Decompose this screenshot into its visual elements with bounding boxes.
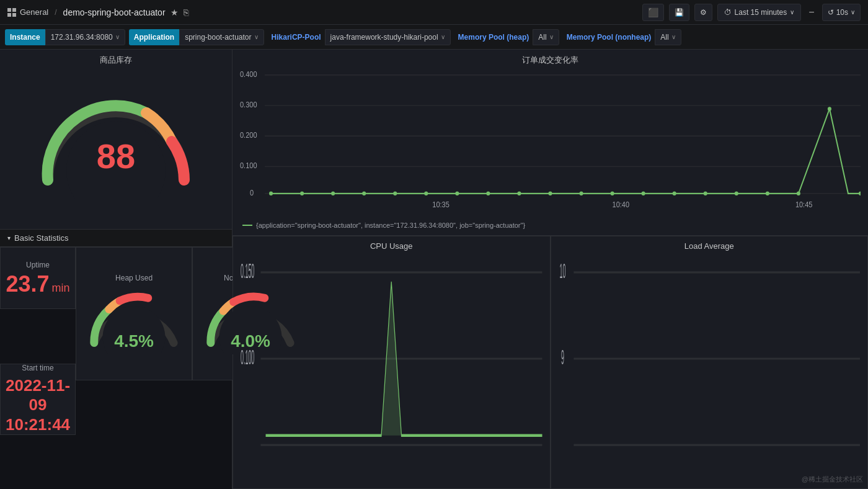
topbar: General / demo-spring-boot-actuator ★ ⎘ … <box>0 0 868 25</box>
cpu-chart-area: 0.150 0.100 <box>241 253 542 483</box>
instance-filter: Instance 172.31.96.34:8080 ∨ <box>5 29 125 45</box>
svg-point-19 <box>362 192 366 196</box>
refresh-icon: ↺ <box>828 8 834 17</box>
heap-gauge: 4.5% <box>81 286 187 354</box>
cpu-chart-svg: 0.150 0.100 <box>241 253 542 483</box>
refresh-button[interactable]: ↺ 10s ∨ <box>822 4 861 21</box>
svg-point-29 <box>673 192 676 196</box>
time-range-button[interactable]: ⏱ Last 15 minutes ∨ <box>717 4 802 21</box>
order-chart-svg: 0.400 0.300 0.200 0.100 0 10:35 10:40 10… <box>240 68 861 217</box>
add-panel-icon: ⬛ <box>648 7 658 17</box>
inventory-gauge: 88 <box>29 74 203 186</box>
chevron-down-icon: ∨ <box>254 34 259 40</box>
load-chart-title: Load Average <box>559 241 861 251</box>
start-time-block: Start time 2022-11-09 10:21:44 <box>0 364 76 435</box>
add-panel-button[interactable]: ⬛ <box>642 4 664 21</box>
svg-point-21 <box>424 192 428 196</box>
svg-point-35 <box>859 192 861 196</box>
chevron-down-icon: ∨ <box>790 9 794 16</box>
start-time-title: Start time <box>22 364 53 372</box>
instance-value-dropdown[interactable]: 172.31.96.34:8080 ∨ <box>45 29 125 45</box>
app-logo: General <box>7 7 48 17</box>
application-filter: Application spring-boot-actuator ∨ <box>129 29 264 45</box>
memory-heap-label: Memory Pool (heap) <box>454 29 533 45</box>
chevron-down-icon: ∨ <box>441 34 445 40</box>
svg-point-24 <box>517 192 521 196</box>
refresh-arrow-icon: ∨ <box>851 9 855 16</box>
left-column: 商品库存 88 ▾ Basic Statis <box>0 50 232 489</box>
uptime-value: 23.7 <box>6 273 49 295</box>
svg-text:10:35: 10:35 <box>432 200 450 209</box>
svg-point-25 <box>548 192 552 196</box>
svg-point-30 <box>704 192 707 196</box>
load-chart-area: 10 9 <box>559 253 861 483</box>
svg-point-22 <box>455 192 459 196</box>
grid-icon <box>7 8 16 17</box>
start-date: 2022-11-09 <box>6 376 70 415</box>
svg-point-20 <box>393 192 397 196</box>
memory-nonheap-filter: Memory Pool (nonheap) All ∨ <box>563 29 681 45</box>
main-content: 商品库存 88 ▾ Basic Statis <box>0 50 868 489</box>
share-icon[interactable]: ⎘ <box>184 7 188 17</box>
collapse-arrow-icon: ▾ <box>7 235 11 241</box>
general-label: General <box>20 7 48 17</box>
time-range-label: Last 15 minutes <box>735 8 787 17</box>
svg-point-28 <box>642 192 645 196</box>
svg-text:10: 10 <box>559 259 565 282</box>
memory-nonheap-label: Memory Pool (nonheap) <box>563 29 655 45</box>
start-time-value: 10:21:44 <box>6 415 70 434</box>
svg-point-26 <box>580 192 583 196</box>
legend-text: {application="spring-boot-actuator", ins… <box>256 222 525 229</box>
hikari-label: HikariCP-Pool <box>268 29 325 45</box>
watermark: @稀土掘金技术社区 <box>802 475 863 484</box>
settings-button[interactable]: ⚙ <box>694 4 712 21</box>
cpu-chart-panel: CPU Usage 0.150 0.100 <box>232 236 551 489</box>
order-chart-panel: 订单成交变化率 0.400 0.300 0.200 0.100 0 10 <box>232 50 868 236</box>
svg-point-18 <box>331 192 335 196</box>
gauge-panel-title: 商品库存 <box>100 55 132 66</box>
svg-point-27 <box>611 192 614 196</box>
memory-nonheap-dropdown[interactable]: All ∨ <box>655 29 681 45</box>
star-icon[interactable]: ★ <box>170 7 179 17</box>
uptime-block: Uptime 23.7 min <box>0 247 76 309</box>
zoom-out-button[interactable]: − <box>806 6 817 19</box>
svg-text:10:45: 10:45 <box>795 200 813 209</box>
application-label: Application <box>129 29 179 45</box>
svg-point-16 <box>269 192 273 196</box>
heap-title: Heap Used <box>115 274 153 282</box>
gauge-numeric-value: 88 <box>97 139 135 174</box>
cpu-chart-title: CPU Usage <box>241 241 542 251</box>
legend-line-icon <box>242 225 252 226</box>
svg-point-34 <box>828 107 831 111</box>
hikari-value-dropdown[interactable]: java-framework-study-hikari-pool ∨ <box>325 29 451 45</box>
chevron-down-icon: ∨ <box>549 34 554 40</box>
save-button[interactable]: 💾 <box>669 4 689 21</box>
load-chart-panel: Load Average 10 9 <box>551 236 869 489</box>
svg-text:0.300: 0.300 <box>240 101 257 109</box>
basic-stats-section-header[interactable]: ▾ Basic Statistics <box>0 230 232 247</box>
application-value-dropdown[interactable]: spring-boot-actuator ∨ <box>179 29 264 45</box>
svg-text:0.200: 0.200 <box>240 132 257 140</box>
breadcrumb-sep: / <box>55 8 56 17</box>
svg-point-33 <box>797 192 800 196</box>
svg-text:0.100: 0.100 <box>241 345 254 369</box>
hikari-filter: HikariCP-Pool java-framework-study-hikar… <box>268 29 451 45</box>
svg-text:0.400: 0.400 <box>240 71 257 79</box>
load-chart-svg: 10 9 <box>559 253 861 483</box>
uptime-unit: min <box>52 282 70 295</box>
heap-gauge-block: Heap Used 4.5% <box>76 247 192 380</box>
memory-heap-dropdown[interactable]: All ∨ <box>533 29 559 45</box>
save-icon: 💾 <box>675 8 684 17</box>
svg-point-17 <box>300 192 304 196</box>
svg-point-31 <box>735 192 738 196</box>
inventory-gauge-panel: 商品库存 88 <box>0 50 232 230</box>
svg-text:10:40: 10:40 <box>613 200 630 209</box>
chevron-down-icon: ∨ <box>671 34 676 40</box>
memory-heap-filter: Memory Pool (heap) All ∨ <box>454 29 559 45</box>
svg-text:0.100: 0.100 <box>240 162 257 170</box>
dashboard-name: demo-spring-boot-actuator <box>63 7 166 17</box>
heap-value: 4.5% <box>114 331 154 351</box>
bottom-charts: CPU Usage 0.150 0.100 <box>232 236 868 489</box>
instance-label: Instance <box>5 29 45 45</box>
svg-text:0.150: 0.150 <box>241 259 254 282</box>
